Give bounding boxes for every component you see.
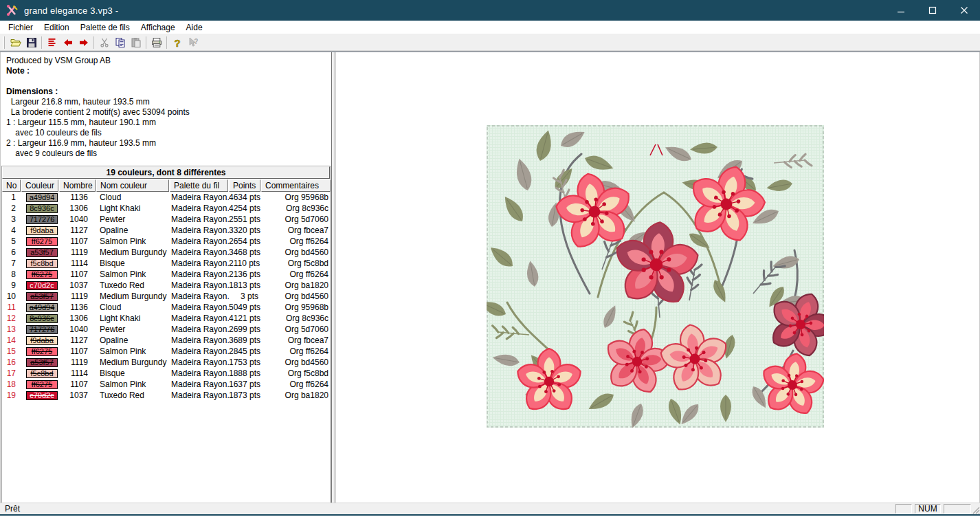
- design-info: Produced by VSM Group ABNote : Dimension…: [1, 52, 331, 159]
- table-row[interactable]: 137172761040PewterMadeira Rayon...2699 p…: [2, 324, 330, 335]
- app-icon: [6, 4, 19, 16]
- embroidery-canvas[interactable]: [487, 125, 824, 428]
- maximize-button[interactable]: [917, 0, 948, 21]
- preview-panel: [335, 52, 980, 503]
- column-header-couleur[interactable]: Couleur: [21, 179, 58, 192]
- menu-palette-de-fils[interactable]: Palette de fils: [75, 21, 135, 34]
- previous-button[interactable]: [60, 35, 76, 50]
- print-button[interactable]: [148, 35, 164, 50]
- row-number: 12: [2, 313, 21, 324]
- column-header-commentaires[interactable]: Commentaires: [261, 179, 331, 192]
- thread-palette: Madeira Rayon...: [170, 269, 229, 280]
- thread-palette: Madeira Rayon...: [170, 214, 229, 225]
- close-button[interactable]: [948, 0, 980, 21]
- color-swatch: a53f57: [26, 292, 58, 301]
- thread-palette: Madeira Rayon...: [170, 390, 229, 401]
- printer-icon: [151, 37, 162, 48]
- comment: Org ff6264: [261, 379, 331, 390]
- status-indicators: NUM: [895, 504, 971, 514]
- color-name: Medium Burgundy: [96, 291, 170, 302]
- copy-button[interactable]: [112, 35, 128, 50]
- help-icon: ?: [172, 37, 183, 48]
- table-row[interactable]: 17f5c8bd1114BisqueMadeira Rayon...1888 p…: [2, 368, 330, 379]
- row-number: 11: [2, 302, 21, 313]
- table-row[interactable]: 37172761040PewterMadeira Rayon...2551 pt…: [2, 214, 330, 225]
- stitch-count: 2110 pts: [229, 258, 261, 269]
- column-header-nom-couleur[interactable]: Nom couleur: [96, 179, 169, 192]
- stitch-count: 2845 pts: [229, 346, 261, 357]
- table-row[interactable]: 11a49d941136CloudMadeira Rayon...5049 pt…: [2, 302, 330, 313]
- stitch-count: 4254 pts: [229, 203, 261, 214]
- color-swatch: ff6275: [26, 380, 58, 389]
- menu-affichage[interactable]: Affichage: [135, 21, 181, 34]
- table-row[interactable]: 5ff62751107Salmon PinkMadeira Rayon...26…: [2, 236, 330, 247]
- context-help-icon: ?: [188, 37, 199, 48]
- table-row[interactable]: 4f9daba1127OpalineMadeira Rayon...3320 p…: [2, 225, 330, 236]
- table-row[interactable]: 18ff62751107Salmon PinkMadeira Rayon...1…: [2, 379, 330, 390]
- table-row[interactable]: 28c936c1306Light KhakiMadeira Rayon...42…: [2, 203, 330, 214]
- table-row[interactable]: 19c70d2c1037Tuxedo RedMadeira Rayon...18…: [2, 390, 330, 401]
- color-cell: f5c8bd: [21, 258, 59, 269]
- info-line: La broderie contient 2 motif(s) avec 530…: [6, 107, 328, 118]
- comment: Org ba1820: [261, 280, 331, 291]
- thread-palette: Madeira Rayon...: [170, 346, 229, 357]
- next-button[interactable]: [76, 35, 91, 50]
- menu-fichier[interactable]: Fichier: [3, 21, 38, 34]
- table-row[interactable]: 14f9daba1127OpalineMadeira Rayon...3689 …: [2, 335, 330, 346]
- color-name: Salmon Pink: [96, 346, 170, 357]
- color-table-header: NoCouleurNombreNom couleurPalette du fil…: [2, 179, 330, 192]
- menu-bar: FichierEditionPalette de filsAffichageAi…: [0, 21, 980, 34]
- stitch-count: 3 pts: [229, 291, 261, 302]
- stitch-count: 2136 pts: [229, 269, 261, 280]
- column-header-palette-du-fil[interactable]: Palette du fil: [170, 179, 228, 192]
- info-line: avec 10 couleurs de fils: [6, 128, 328, 138]
- table-row[interactable]: 8ff62751107Salmon PinkMadeira Rayon...21…: [2, 269, 330, 280]
- color-name: Cloud: [96, 192, 170, 203]
- color-cell: c70d2c: [21, 280, 59, 291]
- resize-grip[interactable]: [971, 505, 980, 514]
- cut-button: [96, 35, 112, 50]
- table-row[interactable]: 10a53f571119Medium BurgundyMadeira Rayon…: [2, 291, 330, 302]
- table-row[interactable]: 16a53f571119Medium BurgundyMadeira Rayon…: [2, 357, 330, 368]
- open-button[interactable]: [8, 35, 23, 50]
- minimize-button[interactable]: [885, 0, 917, 21]
- row-number: 10: [2, 291, 21, 302]
- column-header-nombre[interactable]: Nombre: [59, 179, 96, 192]
- column-header-points[interactable]: Points: [229, 179, 260, 192]
- stitch-count: 1888 pts: [229, 368, 261, 379]
- row-number: 4: [2, 225, 21, 236]
- thread-number: 1114: [59, 368, 96, 379]
- table-row[interactable]: 9c70d2c1037Tuxedo RedMadeira Rayon...181…: [2, 280, 330, 291]
- comment: Org ff6264: [261, 269, 331, 280]
- row-number: 2: [2, 203, 21, 214]
- color-cell: 8c936c: [21, 313, 59, 324]
- stitch-count: 2654 pts: [229, 236, 261, 247]
- toolbar-separator: [41, 36, 42, 49]
- color-list-button[interactable]: [44, 35, 60, 50]
- color-swatch: f9daba: [26, 226, 58, 235]
- comment: Org fbcea7: [261, 335, 331, 346]
- table-row[interactable]: 128c936c1306Light KhakiMadeira Rayon...4…: [2, 313, 330, 324]
- toolbar-gripper[interactable]: [3, 36, 5, 49]
- save-button[interactable]: [23, 35, 39, 50]
- color-cell: a49d94: [21, 192, 59, 203]
- comment: Org 95968b: [261, 302, 331, 313]
- table-row[interactable]: 1a49d941136CloudMadeira Rayon...4634 pts…: [2, 192, 330, 203]
- info-line: Produced by VSM Group AB: [6, 56, 328, 66]
- table-row[interactable]: 6a53f571119Medium BurgundyMadeira Rayon.…: [2, 247, 330, 258]
- menu-edition[interactable]: Edition: [38, 21, 75, 34]
- column-header-no[interactable]: No: [2, 179, 21, 192]
- thread-number: 1114: [59, 258, 96, 269]
- color-cell: f5c8bd: [21, 368, 59, 379]
- red-left-arrow-icon: [63, 37, 74, 48]
- info-line: Dimensions :: [6, 87, 328, 97]
- row-number: 3: [2, 214, 21, 225]
- menu-aide[interactable]: Aide: [181, 21, 208, 34]
- help-button[interactable]: ?: [169, 35, 185, 50]
- thread-number: 1107: [59, 269, 96, 280]
- row-number: 1: [2, 192, 21, 203]
- table-row[interactable]: 15ff62751107Salmon PinkMadeira Rayon...2…: [2, 346, 330, 357]
- status-bar: Prêt NUM: [0, 503, 980, 514]
- thread-palette: Madeira Rayon...: [170, 258, 229, 269]
- table-row[interactable]: 7f5c8bd1114BisqueMadeira Rayon...2110 pt…: [2, 258, 330, 269]
